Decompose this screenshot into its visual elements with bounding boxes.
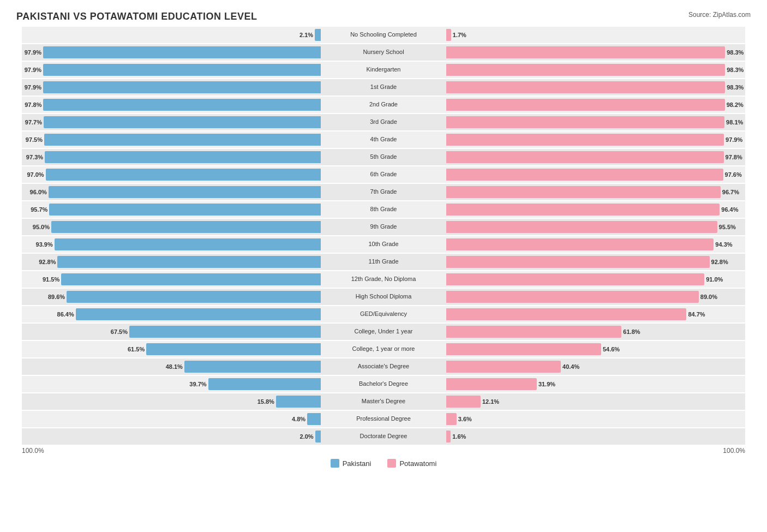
left-value: 92.8%: [39, 259, 56, 265]
bar-right: 95.5%: [446, 221, 717, 233]
row-label: College, Under 1 year: [321, 328, 446, 335]
bar-right: 54.6%: [446, 343, 601, 355]
right-value: 12.1%: [482, 398, 499, 405]
legend: Pakistani Potawatomi: [16, 459, 751, 468]
left-section: 97.7%: [22, 114, 321, 130]
left-value: 4.8%: [292, 416, 305, 422]
left-value: 89.6%: [48, 294, 65, 300]
row-label: Associate's Degree: [321, 363, 446, 370]
bar-left: 97.8%: [43, 99, 321, 111]
bar-left: 97.7%: [44, 116, 321, 128]
right-section: 1.7%: [446, 27, 745, 43]
bar-row: 4.8%Professional Degree3.6%: [22, 411, 745, 427]
left-section: 96.0%: [22, 184, 321, 200]
left-value: 97.5%: [26, 136, 43, 143]
left-section: 97.9%: [22, 79, 321, 95]
left-value: 91.5%: [43, 276, 59, 283]
right-value: 31.9%: [538, 381, 555, 387]
right-value: 98.3%: [727, 49, 744, 56]
right-value: 3.6%: [458, 416, 472, 422]
row-label: No Schooling Completed: [321, 31, 446, 38]
right-section: 94.3%: [446, 236, 745, 253]
row-label: 8th Grade: [321, 206, 446, 213]
left-section: 15.8%: [22, 393, 321, 410]
bar-right: 96.7%: [446, 186, 721, 198]
pakistani-label: Pakistani: [343, 459, 371, 468]
right-value: 95.5%: [719, 224, 736, 230]
bar-left: 89.6%: [67, 291, 321, 303]
row-label: Nursery School: [321, 49, 446, 56]
left-section: 89.6%: [22, 289, 321, 305]
row-label: 7th Grade: [321, 188, 446, 195]
right-section: 97.8%: [446, 149, 745, 165]
left-value: 2.1%: [299, 32, 313, 38]
row-label: 1st Grade: [321, 83, 446, 91]
bar-row: 91.5%12th Grade, No Diploma91.0%: [22, 271, 745, 288]
bar-left: 15.8%: [276, 396, 321, 408]
right-value: 1.7%: [453, 32, 466, 38]
right-value: 89.0%: [700, 294, 717, 300]
bar-row: 86.4%GED/Equivalency84.7%: [22, 306, 745, 322]
left-value: 96.0%: [30, 189, 47, 195]
bar-right: 1.7%: [446, 29, 451, 41]
row-label: 2nd Grade: [321, 101, 446, 108]
left-section: 92.8%: [22, 254, 321, 270]
row-label: 5th Grade: [321, 153, 446, 160]
right-value: 97.9%: [726, 136, 742, 143]
right-value: 1.6%: [452, 433, 466, 440]
left-section: 93.9%: [22, 236, 321, 253]
left-section: 97.9%: [22, 44, 321, 61]
left-section: 2.0%: [22, 428, 321, 445]
left-section: 97.0%: [22, 166, 321, 183]
right-section: 96.7%: [446, 184, 745, 200]
left-value: 95.0%: [33, 224, 50, 230]
right-value: 96.7%: [722, 189, 739, 195]
bar-row: 95.0%9th Grade95.5%: [22, 219, 745, 235]
bar-left: 2.0%: [315, 431, 321, 443]
left-value: 97.7%: [25, 119, 42, 125]
left-section: 97.5%: [22, 131, 321, 148]
right-section: 98.1%: [446, 114, 745, 130]
bar-left: 4.8%: [307, 413, 321, 425]
right-value: 61.8%: [623, 328, 640, 335]
right-section: 97.9%: [446, 131, 745, 148]
bar-left: 86.4%: [76, 308, 321, 320]
right-section: 98.3%: [446, 79, 745, 95]
row-label: 10th Grade: [321, 241, 446, 248]
left-section: 2.1%: [22, 27, 321, 43]
pakistani-color-box: [331, 459, 339, 468]
row-label: Professional Degree: [321, 415, 446, 422]
right-value: 54.6%: [603, 346, 620, 352]
bar-right: 98.3%: [446, 46, 725, 58]
bar-row: 67.5%College, Under 1 year61.8%: [22, 324, 745, 340]
right-section: 3.6%: [446, 411, 745, 427]
right-section: 91.0%: [446, 271, 745, 288]
bar-right: 96.4%: [446, 204, 720, 216]
row-label: GED/Equivalency: [321, 310, 446, 318]
bar-left: 96.0%: [49, 186, 321, 198]
bar-right: 12.1%: [446, 396, 481, 408]
bar-left: 48.1%: [184, 361, 321, 373]
bar-left: 2.1%: [315, 29, 321, 41]
right-value: 98.2%: [727, 101, 744, 108]
source-label: Source: ZipAtlas.com: [688, 11, 751, 19]
right-section: 61.8%: [446, 324, 745, 340]
bar-left: 97.3%: [45, 151, 321, 163]
row-label: 3rd Grade: [321, 118, 446, 125]
bar-right: 91.0%: [446, 273, 704, 285]
bar-right: 94.3%: [446, 238, 714, 250]
bar-row: 2.0%Doctorate Degree1.6%: [22, 428, 745, 445]
right-section: 84.7%: [446, 306, 745, 322]
bar-row: 15.8%Master's Degree12.1%: [22, 393, 745, 410]
bar-left: 39.7%: [208, 378, 321, 390]
row-label: High School Diploma: [321, 293, 446, 300]
right-value: 91.0%: [706, 276, 723, 283]
right-value: 98.1%: [726, 119, 743, 125]
left-value: 48.1%: [166, 363, 183, 370]
bar-row: 2.1%No Schooling Completed1.7%: [22, 27, 745, 43]
chart-title: PAKISTANI VS POTAWATOMI EDUCATION LEVEL: [16, 11, 751, 22]
left-section: 97.3%: [22, 149, 321, 165]
left-section: 95.0%: [22, 219, 321, 235]
left-section: 91.5%: [22, 271, 321, 288]
bar-right: 40.4%: [446, 361, 561, 373]
